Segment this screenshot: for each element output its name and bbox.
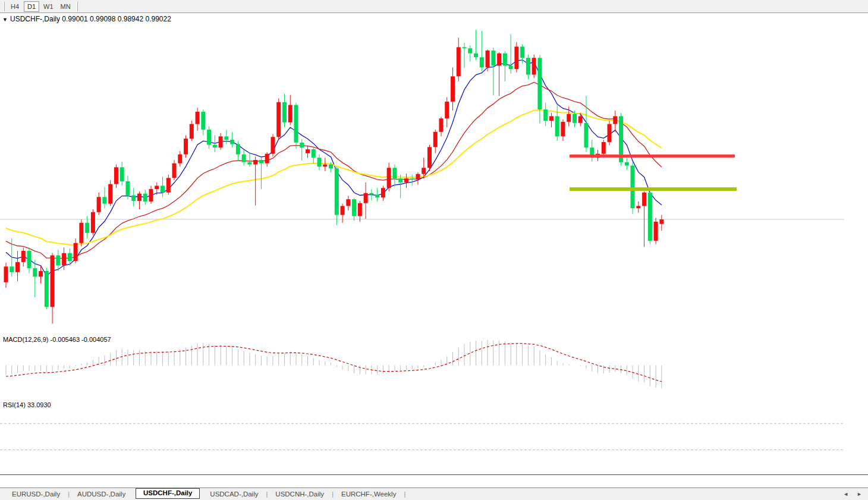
rsi-pane[interactable]	[0, 423, 844, 449]
candle-body	[184, 139, 188, 154]
candle-body	[410, 178, 414, 180]
candle-body	[422, 168, 426, 174]
support-olive-level-line[interactable]	[570, 187, 737, 191]
symbol-dropdown-icon[interactable]: ▼	[2, 17, 8, 23]
candle-body	[416, 174, 420, 180]
candle-body	[433, 132, 438, 147]
candle-body	[636, 206, 640, 208]
tab-usdchf[interactable]: USDCHF-,Daily	[136, 488, 200, 499]
timeframe-button-mn[interactable]: MN	[58, 1, 74, 12]
candle-body	[608, 124, 612, 142]
tab-eurusd[interactable]: EURUSD-,Daily	[5, 489, 67, 499]
candle-body	[33, 268, 37, 276]
candle-body	[68, 253, 72, 261]
candle-body	[85, 223, 89, 233]
candle-body	[137, 194, 141, 201]
timeframe-button-d1[interactable]: D1	[24, 1, 39, 12]
candle-body	[51, 255, 55, 307]
candle-body	[114, 167, 118, 184]
timeframe-toolbar: H4D1W1MN	[0, 0, 868, 13]
candle-body	[79, 223, 83, 243]
time-axis[interactable]	[0, 474, 868, 488]
candle-body	[613, 116, 617, 124]
candle-body	[642, 193, 646, 206]
candle-body	[567, 114, 571, 122]
toolbar-divider	[3, 2, 5, 11]
candle-body	[578, 116, 583, 122]
candle-body	[161, 185, 165, 192]
candle-body	[352, 199, 356, 216]
candle-body	[312, 149, 316, 158]
candle-body	[62, 253, 66, 266]
candle-body	[323, 165, 327, 167]
toolbar-divider	[76, 2, 78, 11]
candle-body	[242, 155, 246, 162]
macd-pane[interactable]	[6, 340, 662, 389]
candle-body	[317, 158, 322, 166]
candle-body	[219, 136, 223, 147]
candle-body	[178, 155, 182, 163]
price-pane[interactable]	[0, 30, 844, 324]
candle-body	[335, 168, 339, 215]
macd-histogram	[6, 340, 662, 389]
candle-body	[358, 203, 362, 216]
candle-body	[97, 197, 101, 212]
candle-body	[602, 142, 606, 154]
candle-body	[404, 178, 408, 183]
candle-body	[27, 251, 32, 268]
candle-body	[21, 251, 26, 262]
candle-body	[236, 144, 240, 155]
candle-body	[427, 147, 432, 168]
timeframe-button-w1[interactable]: W1	[40, 1, 56, 12]
tab-usdcnh[interactable]: USDCNH-,Daily	[268, 489, 331, 499]
candle-body	[468, 48, 472, 53]
tab-scroll-right-icon[interactable]: ►	[857, 490, 862, 498]
candle-body	[120, 167, 124, 181]
candle-body	[102, 197, 106, 203]
candle-body	[166, 178, 171, 193]
candle-body	[91, 212, 95, 233]
candle-body	[480, 57, 484, 67]
candle-body	[451, 76, 455, 101]
candle-body	[625, 162, 629, 166]
candle-body	[445, 102, 449, 118]
tab-eurchf[interactable]: EURCHF-,Weekly	[334, 489, 403, 499]
candle-body	[463, 47, 467, 48]
tab-audusd[interactable]: AUDUSD-,Daily	[70, 489, 133, 499]
candle-body	[131, 196, 136, 201]
candle-body	[631, 165, 635, 208]
candle-body	[10, 266, 14, 272]
timeframe-buttons: H4D1W1MN	[7, 1, 74, 12]
chart-tabs-bar: EURUSD-,Daily|AUDUSD-,Daily|USDCHF-,Dail…	[0, 488, 868, 500]
candle-body	[514, 46, 518, 69]
candle-body	[265, 154, 269, 163]
candle-body	[15, 262, 20, 272]
candle-body	[648, 193, 652, 241]
candle-body	[207, 130, 211, 144]
rsi-indicator-label: RSI(14) 33.0930	[3, 401, 51, 408]
candle-body	[247, 162, 251, 165]
candle-body	[306, 149, 310, 153]
tab-scroll-left-icon[interactable]: ◄	[843, 490, 848, 498]
candle-body	[294, 105, 298, 143]
resistance-red-level-line[interactable]	[570, 155, 735, 158]
candle-body	[537, 58, 542, 109]
macd-indicator-label: MACD(12,26,9) -0.005463 -0.004057	[3, 336, 111, 343]
candle-body	[108, 184, 112, 204]
candle-body	[39, 271, 43, 276]
candle-body	[143, 194, 147, 202]
tab-scroll-arrows: ◄ ►	[843, 490, 862, 498]
candle-body	[398, 178, 402, 183]
candle-body	[555, 116, 559, 136]
candle-body	[155, 185, 159, 189]
candle-body	[392, 168, 397, 178]
tab-usdcad[interactable]: USDCAD-,Daily	[203, 489, 265, 499]
chart-canvas[interactable]: ▼ USDCHF-,Daily 0.99001 0.99098 0.98942 …	[0, 13, 868, 474]
candle-body	[74, 243, 78, 261]
candle-body	[584, 123, 589, 148]
chart-area[interactable]: ▼ USDCHF-,Daily 0.99001 0.99098 0.98942 …	[0, 13, 868, 474]
candle-body	[654, 222, 658, 241]
candle-body	[439, 118, 444, 132]
candle-body	[259, 160, 263, 163]
timeframe-button-h4[interactable]: H4	[7, 1, 23, 12]
